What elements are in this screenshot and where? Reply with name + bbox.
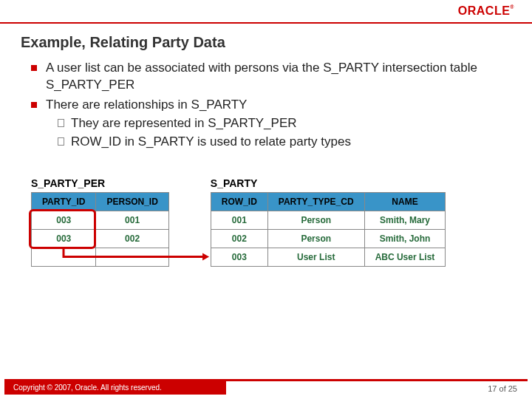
table-cell: 003 (32, 211, 96, 229)
table-header-cell: ROW_ID (211, 192, 267, 211)
page-sep: of (497, 384, 508, 393)
table-cell: ABC User List (364, 248, 446, 266)
table-cell: Smith, John (364, 229, 446, 248)
table-s-party: S_PARTY ROW_IDPARTY_TYPE_CDNAME001Person… (211, 177, 446, 267)
table2-title: S_PARTY (211, 177, 446, 189)
header-bar: ORACLE® (0, 0, 532, 24)
slide-title: Example, Relating Party Data (0, 24, 532, 60)
table-row (32, 248, 169, 266)
table-header-cell: PERSON_ID (96, 192, 168, 211)
bullet-item: There are relationships in S_PARTYThey a… (31, 97, 501, 151)
table-header-cell: PARTY_TYPE_CD (267, 192, 364, 211)
logo-text: ORACLE (458, 4, 511, 17)
svg-marker-0 (202, 253, 209, 261)
table1: PARTY_IDPERSON_ID003001003002 (31, 192, 169, 267)
table-row: 003002 (32, 229, 169, 248)
table-header-cell: NAME (364, 192, 446, 211)
sub-bullet-item: ROW_ID in S_PARTY is used to relate part… (46, 134, 501, 151)
sub-bullet-item: They are represented in S_PARTY_PER (46, 115, 501, 132)
table-cell (32, 248, 96, 266)
table-cell: 003 (32, 229, 96, 248)
table-cell (96, 248, 168, 266)
page-indicator: 17 of 25 (488, 384, 517, 393)
tables-area: S_PARTY_PER PARTY_IDPERSON_ID00300100300… (0, 177, 532, 267)
table-cell: 002 (211, 229, 267, 248)
table-row: 003User ListABC User List (211, 248, 446, 266)
body-content: A user list can be associated with perso… (0, 60, 532, 151)
table1-title: S_PARTY_PER (31, 177, 169, 189)
page-total: 25 (508, 384, 517, 393)
oracle-logo: ORACLE® (458, 4, 514, 18)
table-header-cell: PARTY_ID (32, 192, 96, 211)
table-row: 002PersonSmith, John (211, 229, 446, 248)
table-cell: Person (267, 229, 364, 248)
table-s-party-per: S_PARTY_PER PARTY_IDPERSON_ID00300100300… (31, 177, 169, 267)
table-cell: 002 (96, 229, 168, 248)
footer: Copyright © 2007, Oracle. All rights res… (0, 375, 532, 395)
table-cell: Person (267, 211, 364, 229)
table-cell: 003 (211, 248, 267, 266)
copyright-bar: Copyright © 2007, Oracle. All rights res… (4, 381, 226, 395)
sub-bullet-list: They are represented in S_PARTY_PERROW_I… (46, 115, 501, 151)
table-cell: 001 (211, 211, 267, 229)
table-cell: Smith, Mary (364, 211, 446, 229)
table-cell: User List (267, 248, 364, 266)
copyright-text: Copyright © 2007, Oracle. All rights res… (13, 383, 162, 392)
table-cell: 001 (96, 211, 168, 229)
table-row: 001PersonSmith, Mary (211, 211, 446, 229)
table2: ROW_IDPARTY_TYPE_CDNAME001PersonSmith, M… (211, 192, 446, 267)
bullet-list: A user list can be associated with perso… (31, 60, 501, 151)
bullet-item: A user list can be associated with perso… (31, 60, 501, 94)
table-row: 003001 (32, 211, 169, 229)
page-current: 17 (488, 384, 497, 393)
